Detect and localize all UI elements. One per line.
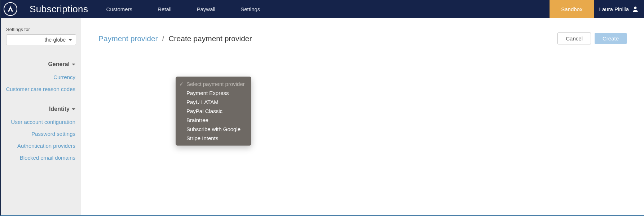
svg-point-0: [634, 7, 637, 9]
site-select[interactable]: the-globe: [6, 34, 76, 45]
site-select-value: the-globe: [45, 37, 66, 43]
breadcrumb-separator: /: [162, 34, 164, 43]
dropdown-option-subscribe-google[interactable]: Subscribe with Google: [176, 125, 251, 134]
dropdown-placeholder-label: Select payment provider: [186, 81, 245, 87]
settings-sidebar: Settings for the-globe General Currency …: [1, 18, 81, 215]
breadcrumb: Payment provider / Create payment provid…: [98, 34, 252, 43]
chevron-down-icon: [69, 39, 72, 41]
payment-provider-dropdown: ✓ Select payment provider Payment Expres…: [176, 77, 251, 146]
sidebar-link-password[interactable]: Password settings: [1, 128, 81, 140]
check-icon: ✓: [179, 81, 184, 87]
nav-paywall[interactable]: Paywall: [197, 6, 215, 12]
main-content: Payment provider / Create payment provid…: [81, 18, 644, 215]
dropdown-option-stripe-intents[interactable]: Stripe Intents: [176, 134, 251, 143]
nav-settings[interactable]: Settings: [241, 6, 260, 12]
primary-nav: Customers Retail Paywall Settings: [106, 6, 260, 12]
dropdown-option-braintree[interactable]: Braintree: [176, 116, 251, 125]
dropdown-option-payment-express[interactable]: Payment Express: [176, 88, 251, 98]
sidebar-link-blocked-email[interactable]: Blocked email domains: [1, 152, 81, 164]
breadcrumb-current: Create payment provider: [168, 34, 252, 43]
nav-customers[interactable]: Customers: [106, 6, 133, 12]
user-menu[interactable]: Laura Pinilla: [594, 5, 644, 13]
chevron-down-icon: [72, 64, 75, 65]
environment-badge[interactable]: Sandbox: [550, 0, 594, 18]
app-title: Subscriptions: [30, 4, 88, 15]
top-navigation-bar: Subscriptions Customers Retail Paywall S…: [1, 0, 644, 18]
dropdown-option-payu-latam[interactable]: PayU LATAM: [176, 98, 251, 107]
breadcrumb-parent[interactable]: Payment provider: [98, 34, 158, 43]
sidebar-link-auth-providers[interactable]: Authentication providers: [1, 140, 81, 152]
sidebar-link-currency[interactable]: Currency: [1, 71, 81, 83]
user-icon: [632, 5, 639, 13]
settings-for-label: Settings for: [6, 27, 76, 32]
sidebar-section-label: Identity: [49, 106, 70, 112]
sidebar-section-general[interactable]: General: [1, 50, 81, 71]
sidebar-section-label: General: [48, 61, 70, 68]
sidebar-section-identity[interactable]: Identity: [1, 95, 81, 116]
dropdown-placeholder[interactable]: ✓ Select payment provider: [176, 79, 251, 88]
create-button[interactable]: Create: [595, 33, 627, 44]
user-name: Laura Pinilla: [599, 6, 629, 12]
chevron-down-icon: [72, 108, 75, 110]
app-logo[interactable]: [4, 2, 17, 16]
sidebar-link-reason-codes[interactable]: Customer care reason codes: [1, 83, 81, 95]
logo-icon: [6, 5, 14, 13]
cancel-button[interactable]: Cancel: [557, 33, 591, 44]
sidebar-link-user-account[interactable]: User account configuration: [1, 116, 81, 128]
dropdown-option-paypal-classic[interactable]: PayPal Classic: [176, 107, 251, 116]
nav-retail[interactable]: Retail: [158, 6, 171, 12]
